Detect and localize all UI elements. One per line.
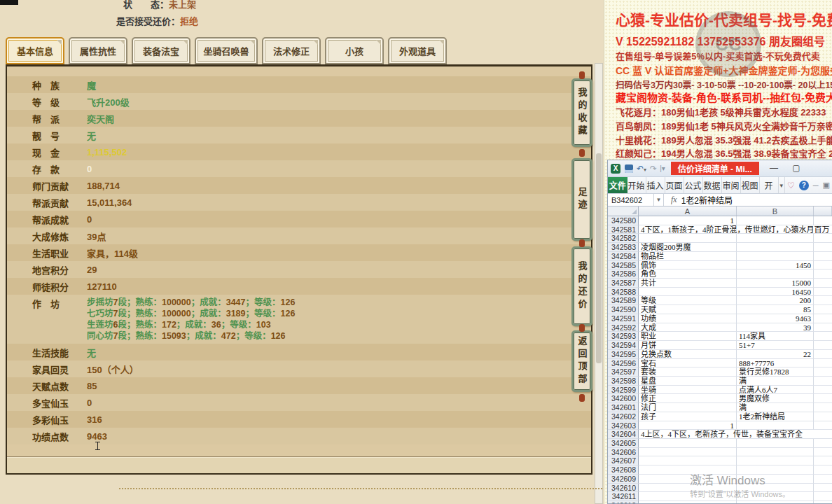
- cell-c[interactable]: [814, 279, 832, 288]
- row-header[interactable]: 342589: [608, 296, 639, 305]
- cell-b[interactable]: 9463: [737, 314, 814, 323]
- footprints-button[interactable]: 足迹: [571, 158, 592, 241]
- cell-c[interactable]: [814, 484, 832, 493]
- cell-b[interactable]: 39: [737, 323, 814, 332]
- help-icon[interactable]: ?: [797, 177, 811, 193]
- cell-c[interactable]: [814, 350, 832, 359]
- cell-a[interactable]: 等级: [639, 296, 737, 305]
- cell-c[interactable]: [814, 314, 832, 323]
- quick-access-more-icon[interactable]: |▾: [660, 164, 665, 172]
- ribbon-overflow-caret[interactable]: ▾: [779, 177, 786, 193]
- row-header[interactable]: 342598: [608, 377, 639, 386]
- column-header-c[interactable]: [814, 206, 832, 216]
- cell-c[interactable]: [814, 270, 832, 279]
- ribbon-tab-7[interactable]: 视图: [741, 177, 760, 193]
- ribbon-tab-6[interactable]: 审阅: [722, 177, 741, 193]
- cell-a[interactable]: [639, 501, 737, 503]
- cell-a[interactable]: 功绩: [639, 314, 737, 323]
- row-header[interactable]: 342592: [608, 323, 639, 332]
- row-header[interactable]: 342605: [608, 439, 639, 448]
- row-header[interactable]: 342587: [608, 279, 639, 288]
- row-header[interactable]: 342612: [608, 501, 639, 503]
- row-header[interactable]: 342591: [608, 314, 639, 323]
- cell-b[interactable]: 点满人6人7: [737, 386, 814, 395]
- cell-a[interactable]: 天赋: [639, 305, 737, 314]
- row-header[interactable]: 342601: [608, 403, 639, 412]
- select-all-corner[interactable]: [608, 206, 639, 216]
- cell-b[interactable]: 114家具: [737, 332, 814, 341]
- row-header[interactable]: 342606: [608, 448, 639, 457]
- formula-content[interactable]: 1老2新神结局: [681, 194, 733, 206]
- cell-c[interactable]: [814, 296, 832, 305]
- row-header[interactable]: 342580: [608, 216, 639, 225]
- tab-2[interactable]: 属性抗性: [69, 37, 127, 64]
- cell-a[interactable]: 角色: [639, 270, 737, 279]
- cell-c[interactable]: [814, 377, 832, 386]
- minimize-button[interactable]: —: [765, 162, 783, 174]
- cell-a[interactable]: 星盘: [639, 377, 737, 386]
- row-header[interactable]: 342608: [608, 465, 639, 475]
- ribbon-tab-3[interactable]: 页面: [665, 177, 684, 193]
- cell-a[interactable]: 佩饰: [639, 261, 737, 270]
- maximize-button[interactable]: ▢: [787, 162, 805, 174]
- cell-b[interactable]: 85: [737, 305, 814, 314]
- cell-a[interactable]: 共计: [639, 279, 737, 288]
- cell-a[interactable]: 坐骑: [639, 386, 737, 395]
- cell-a-span[interactable]: 4上区，4下区，老新孩子，传世，装备宝宝齐全: [639, 430, 832, 439]
- row-header[interactable]: 342603: [608, 421, 639, 430]
- cell-b[interactable]: [737, 421, 814, 430]
- cell-a[interactable]: 修正: [639, 394, 737, 403]
- minimize-ribbon-icon[interactable]: ─: [811, 177, 821, 193]
- row-header[interactable]: 342594: [608, 341, 639, 350]
- row-header[interactable]: 342609: [608, 475, 639, 484]
- name-box[interactable]: B342602: [608, 194, 654, 206]
- tab-7[interactable]: 外观道具: [388, 37, 447, 64]
- cell-c[interactable]: [814, 501, 832, 503]
- cell-b[interactable]: 200: [737, 296, 814, 305]
- cell-b[interactable]: [737, 448, 814, 457]
- row-header[interactable]: 342595: [608, 350, 639, 359]
- cell-a[interactable]: [639, 439, 737, 448]
- cell-a[interactable]: 凌烟阁200男魔: [639, 243, 737, 252]
- cell-c[interactable]: [814, 243, 832, 252]
- cell-c[interactable]: [814, 368, 832, 377]
- my-counteroffer-button[interactable]: 我的还价: [571, 246, 592, 326]
- cell-a[interactable]: 孩子: [639, 412, 737, 421]
- cell-c[interactable]: [814, 421, 832, 430]
- row-header[interactable]: 342597: [608, 368, 639, 377]
- cell-b[interactable]: 男魔双修: [737, 394, 814, 403]
- row-header[interactable]: 342584: [608, 252, 639, 261]
- cell-b[interactable]: [737, 270, 814, 279]
- cell-b[interactable]: [737, 501, 814, 503]
- row-header[interactable]: 342581: [608, 225, 639, 234]
- row-header[interactable]: 342602: [608, 412, 639, 421]
- save-icon[interactable]: [625, 164, 633, 173]
- cell-a[interactable]: 套装: [639, 368, 737, 377]
- column-header-B[interactable]: B: [737, 206, 814, 216]
- row-header[interactable]: 342596: [608, 359, 639, 368]
- cell-c[interactable]: [814, 456, 832, 465]
- cell-c[interactable]: [814, 465, 832, 475]
- cell-a[interactable]: 兑换点数: [639, 350, 737, 359]
- row-header[interactable]: 342604: [608, 430, 639, 439]
- tab-3[interactable]: 装备法宝: [132, 37, 190, 64]
- cell-a[interactable]: 大成: [639, 323, 737, 332]
- cell-a[interactable]: 1: [639, 421, 737, 430]
- cell-c[interactable]: [814, 341, 832, 350]
- cell-b[interactable]: 15000: [737, 279, 814, 288]
- tab-6[interactable]: 小孩: [325, 37, 384, 64]
- row-header[interactable]: 342590: [608, 305, 639, 314]
- cell-b[interactable]: 1老2新神结局: [737, 412, 814, 421]
- ribbon-tab-8[interactable]: 开: [760, 177, 779, 193]
- row-header[interactable]: 342585: [608, 261, 639, 270]
- cell-a[interactable]: 法门: [639, 403, 737, 412]
- cell-c[interactable]: [814, 332, 832, 341]
- cell-c[interactable]: [814, 448, 832, 457]
- my-favorites-button[interactable]: 我的收藏: [571, 78, 592, 147]
- ribbon-tab-2[interactable]: 插入: [646, 177, 665, 193]
- cell-b[interactable]: 16450: [737, 288, 814, 297]
- cell-a[interactable]: [639, 234, 737, 243]
- cell-a[interactable]: 宝石: [639, 359, 737, 368]
- cell-a[interactable]: [639, 456, 737, 465]
- cell-b[interactable]: [737, 456, 814, 465]
